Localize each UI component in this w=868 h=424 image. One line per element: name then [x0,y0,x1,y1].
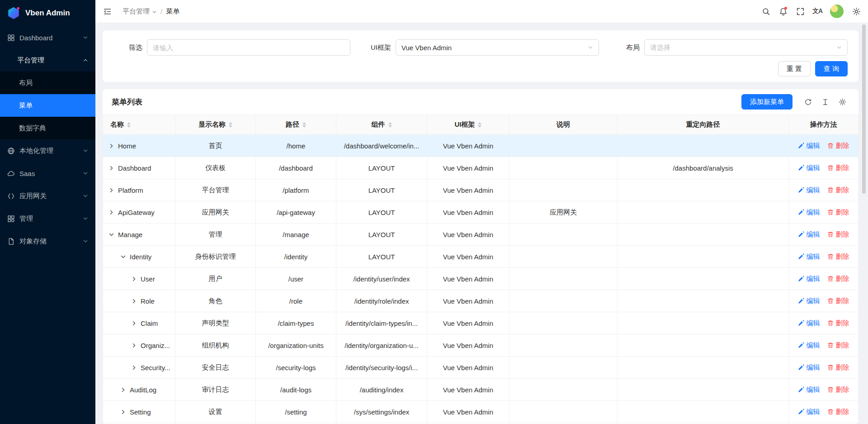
column-header-operations: 操作方法 [789,115,859,135]
row-height-icon[interactable] [818,95,832,109]
column-header-component[interactable]: 组件 [336,115,427,135]
sidebar-item-menu[interactable]: 菜单 [0,94,95,117]
menu-fold-icon[interactable] [99,3,115,19]
expand-icon[interactable] [131,365,137,371]
column-header-display-name[interactable]: 显示名称 [175,115,255,135]
delete-link[interactable]: 删除 [827,363,849,372]
sidebar-item-dashboard[interactable]: Dashboard [0,26,95,49]
table-row[interactable]: Security... 安全日志 /security-logs /identit… [103,357,859,379]
table-row[interactable]: User 用户 /user /identity/user/index Vue V… [103,268,859,290]
sidebar-item-layout[interactable]: 布局 [0,71,95,94]
edit-link[interactable]: 编辑 [798,408,820,416]
edit-link[interactable]: 编辑 [798,363,820,372]
sidebar-item-platform-management[interactable]: 平台管理 [0,49,95,71]
trash-icon [827,342,834,348]
expand-icon[interactable] [108,165,114,171]
breadcrumb-parent[interactable]: 平台管理 [123,7,157,16]
expand-icon[interactable] [131,343,137,348]
delete-link[interactable]: 删除 [827,408,849,416]
edit-link[interactable]: 编辑 [798,386,820,394]
delete-link[interactable]: 删除 [827,275,849,283]
edit-link[interactable]: 编辑 [798,275,820,283]
table-row[interactable]: ApiGateway 应用网关 /api-gateway LAYOUT Vue … [103,201,859,224]
sort-icon [302,122,306,128]
framework-select[interactable]: Vue Vben Admin [396,39,599,56]
refresh-icon[interactable] [801,95,815,109]
cell-description: 应用网关 [509,201,617,224]
layout-select[interactable]: 请选择 [644,39,848,56]
search-button[interactable]: 查 询 [815,61,848,76]
table-row[interactable]: Claim 声明类型 /claim-types /identity/claim-… [103,312,859,334]
fullscreen-icon[interactable] [792,3,808,19]
sidebar-item-manage[interactable]: 管理 [0,207,95,230]
expand-icon[interactable] [108,143,114,149]
delete-link[interactable]: 删除 [827,142,849,150]
sidebar-item-object-storage[interactable]: 对象存储 [0,230,95,252]
sidebar-item-data-dictionary[interactable]: 数据字典 [0,117,95,139]
edit-link[interactable]: 编辑 [798,297,820,305]
edit-link[interactable]: 编辑 [798,208,820,217]
notification-icon[interactable] [775,3,791,19]
trash-icon [827,364,834,371]
expand-icon[interactable] [120,387,126,393]
cell-framework: Vue Vben Admin [427,157,509,179]
delete-link[interactable]: 删除 [827,297,849,305]
delete-link[interactable]: 删除 [827,164,849,172]
column-settings-icon[interactable] [835,95,849,109]
sidebar-item-localization[interactable]: 本地化管理 [0,139,95,162]
locale-icon[interactable]: 文A [809,3,826,19]
delete-link[interactable]: 删除 [827,252,849,261]
table-row[interactable]: Role 角色 /role /identity/role/index Vue V… [103,290,859,312]
edit-link[interactable]: 编辑 [798,186,820,195]
edit-link[interactable]: 编辑 [798,142,820,150]
cell-redirect [617,290,788,312]
table-header-row: 名称 显示名称 路径 组件 UI框架 说明 重定向路径 操作方法 [103,115,859,135]
page-scrollbar[interactable] [862,24,866,194]
app-logo[interactable]: Vben Admin [0,0,95,26]
edit-link[interactable]: 编辑 [798,164,820,172]
settings-icon[interactable] [848,3,864,19]
expand-icon[interactable] [108,187,114,193]
edit-link[interactable]: 编辑 [798,230,820,239]
edit-link[interactable]: 编辑 [798,319,820,328]
add-menu-button[interactable]: 添加新菜单 [741,94,793,110]
keyword-input[interactable] [153,44,344,52]
column-header-framework[interactable]: UI框架 [427,115,509,135]
column-header-name[interactable]: 名称 [103,115,175,135]
sidebar-item-app-gateway[interactable]: 应用网关 [0,185,95,207]
column-header-path[interactable]: 路径 [255,115,336,135]
search-icon[interactable] [758,3,774,19]
collapse-icon[interactable] [108,232,114,238]
table-row[interactable]: Manage 管理 /manage LAYOUT Vue Vben Admin … [103,224,859,246]
table-row[interactable]: AuditLog 审计日志 /audit-logs /auditing/inde… [103,379,859,401]
expand-icon[interactable] [131,276,137,282]
edit-link[interactable]: 编辑 [798,252,820,261]
user-avatar[interactable] [830,5,844,18]
cell-display-name: 管理 [175,224,255,246]
table-row[interactable]: Home 首页 /home /dashboard/welcome/in... V… [103,135,859,157]
delete-link[interactable]: 删除 [827,319,849,328]
expand-icon[interactable] [131,298,137,304]
delete-link[interactable]: 删除 [827,341,849,350]
table-row[interactable]: Organiz... 组织机构 /organization-units /ide… [103,334,859,357]
expand-icon[interactable] [108,210,114,215]
cell-operations: 编辑删除 [789,157,859,179]
edit-link[interactable]: 编辑 [798,341,820,350]
delete-link[interactable]: 删除 [827,230,849,239]
reset-button[interactable]: 重 置 [778,61,811,76]
cell-redirect [617,179,788,201]
delete-link[interactable]: 删除 [827,386,849,394]
table-row[interactable]: Dashboard 仪表板 /dashboard LAYOUT Vue Vben… [103,157,859,179]
cell-component: /identity/security-logs/i... [336,357,427,379]
table-row[interactable]: Platform 平台管理 /platform LAYOUT Vue Vben … [103,179,859,201]
cell-framework: Vue Vben Admin [427,290,509,312]
expand-icon[interactable] [131,320,137,326]
cell-display-name: 仪表板 [175,157,255,179]
delete-link[interactable]: 删除 [827,208,849,217]
table-row[interactable]: Setting 设置 /setting /sys/settings/index … [103,401,859,423]
delete-link[interactable]: 删除 [827,186,849,195]
table-row[interactable]: Identity 身份标识管理 /identity LAYOUT Vue Vbe… [103,246,859,268]
collapse-icon[interactable] [120,254,126,260]
sidebar-item-saas[interactable]: Saas [0,162,95,185]
expand-icon[interactable] [120,409,126,415]
